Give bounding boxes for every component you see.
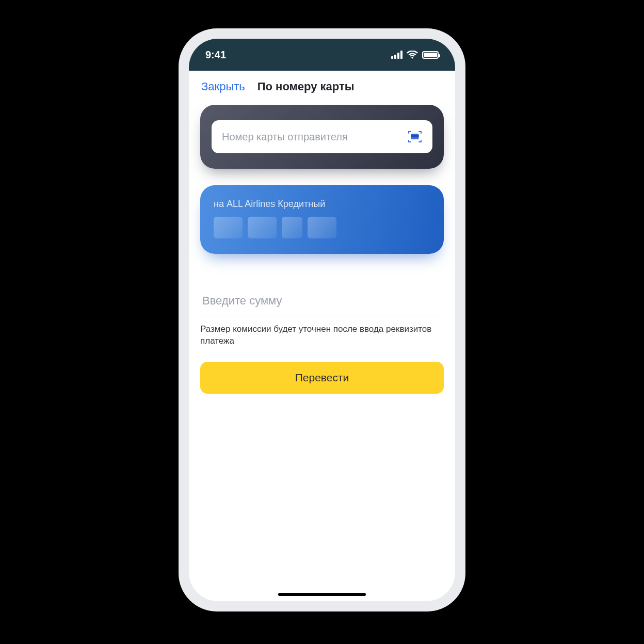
scan-card-button[interactable] [406, 127, 424, 146]
destination-card-number-masked [214, 217, 430, 238]
close-button[interactable]: Закрыть [201, 80, 245, 93]
wifi-icon [407, 51, 418, 59]
card-input-row [212, 120, 432, 153]
page-title: По номеру карты [257, 80, 355, 93]
status-bar: 9:41 [189, 39, 455, 71]
status-time: 9:41 [205, 49, 226, 61]
transfer-button[interactable]: Перевести [200, 362, 444, 394]
home-indicator[interactable] [278, 593, 366, 596]
content: на ALL Airlines Кредитный Размер комисси… [189, 105, 455, 601]
scan-card-icon [408, 131, 422, 143]
phone-screen: 9:41 Закрыть По номеру карты [189, 39, 455, 601]
cellular-signal-icon [391, 51, 403, 59]
amount-field [200, 290, 444, 315]
commission-hint: Размер комиссии будет уточнен после ввод… [200, 324, 444, 347]
sender-card-number-input[interactable] [222, 131, 400, 143]
destination-card[interactable]: на ALL Airlines Кредитный [200, 185, 444, 254]
phone-frame: 9:41 Закрыть По номеру карты [179, 28, 465, 611]
svg-rect-1 [411, 135, 419, 137]
battery-icon [422, 51, 439, 59]
nav-bar: Закрыть По номеру карты [189, 71, 455, 105]
destination-label: на ALL Airlines Кредитный [214, 199, 430, 210]
sender-card [200, 105, 444, 169]
amount-input[interactable] [202, 294, 442, 308]
